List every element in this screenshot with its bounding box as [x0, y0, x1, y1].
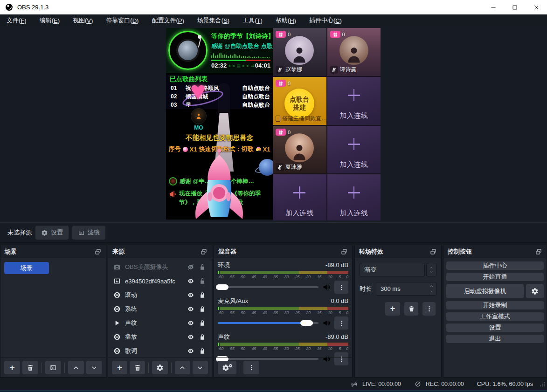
- popout-icon[interactable]: [340, 248, 348, 255]
- gift-badge: [276, 80, 286, 87]
- source-row[interactable]: 滚动: [108, 288, 212, 302]
- no-source-label: 未选择源: [7, 228, 32, 237]
- channel-db: -89.0 dB: [325, 333, 348, 340]
- transitions-title: 转场特效: [359, 248, 383, 256]
- lock-toggle-icon[interactable]: [199, 277, 206, 285]
- visibility-toggle-icon[interactable]: [187, 291, 194, 299]
- duration-spin-arrows[interactable]: [427, 284, 436, 293]
- add-scene-button[interactable]: +: [4, 361, 20, 374]
- visibility-toggle-icon[interactable]: [187, 319, 194, 327]
- visibility-toggle-icon[interactable]: [187, 277, 194, 285]
- channel-db: 0.0 dB: [331, 297, 348, 304]
- speaker-icon[interactable]: [322, 283, 331, 291]
- camera-icon: [113, 263, 121, 271]
- lock-toggle-icon[interactable]: [199, 305, 206, 313]
- sources-title: 来源: [112, 248, 125, 256]
- preview-zone: 等你的季节【刘诗诗】 感谢 @自助点歌台 点歌 02:32 ◄◄ ▤ ►► ⇄ …: [0, 27, 547, 222]
- menu-profile[interactable]: 配置文件(P): [145, 14, 190, 27]
- maximize-button[interactable]: [504, 0, 526, 14]
- move-scene-up-button[interactable]: [68, 361, 84, 374]
- planet-graphic: [257, 158, 273, 177]
- visibility-toggle-icon[interactable]: [187, 263, 194, 271]
- channel-menu-button[interactable]: [334, 281, 348, 294]
- gift-badge: [276, 31, 286, 38]
- close-button[interactable]: [526, 0, 547, 14]
- move-source-up-button[interactable]: [175, 361, 190, 374]
- transition-select[interactable]: 渐变: [360, 263, 436, 276]
- menu-edit[interactable]: 编辑(E): [33, 14, 66, 27]
- scenes-toolbar: +: [0, 358, 106, 377]
- filter-icon: [78, 229, 85, 236]
- channel-name: 麦克风/Aux: [218, 297, 248, 305]
- source-properties-button[interactable]: 设置: [35, 226, 69, 240]
- settings-button[interactable]: 设置: [446, 323, 544, 332]
- menu-file[interactable]: 文件(F): [0, 14, 33, 27]
- popout-icon[interactable]: [200, 248, 208, 255]
- now-playing-widget: 等你的季节【刘诗诗】 感谢 @自助点歌台 点歌 02:32 ◄◄ ▤ ►► ⇄ …: [166, 28, 273, 73]
- source-row[interactable]: e394502df49aa5fc: [108, 274, 212, 288]
- popout-icon[interactable]: [94, 248, 102, 255]
- volume-slider[interactable]: [218, 322, 319, 324]
- volume-meter: [218, 343, 348, 346]
- source-properties-button[interactable]: [152, 361, 167, 374]
- lock-toggle-icon[interactable]: [199, 291, 206, 299]
- plugin-center-button[interactable]: 插件中心: [446, 261, 544, 270]
- menu-docks[interactable]: 停靠窗口(D): [99, 14, 145, 27]
- menu-plugin-center[interactable]: 插件中心(C): [303, 14, 348, 27]
- studio-mode-button[interactable]: 工作室模式: [446, 312, 544, 321]
- transition-select-arrows[interactable]: [426, 263, 436, 276]
- volume-slider[interactable]: [218, 286, 319, 288]
- scene-item-selected[interactable]: 场景: [4, 262, 49, 274]
- transition-menu-button[interactable]: [422, 302, 436, 316]
- source-row[interactable]: 系统: [108, 302, 212, 316]
- preview-canvas[interactable]: 等你的季节【刘诗诗】 感谢 @自助点歌台 点歌 02:32 ◄◄ ▤ ►► ⇄ …: [166, 28, 381, 220]
- source-filters-button[interactable]: 滤镜: [72, 226, 105, 240]
- start-virtual-camera-button[interactable]: 启动虚拟摄像机: [446, 284, 524, 298]
- lock-toggle-icon[interactable]: [199, 333, 206, 341]
- scene-filters-button[interactable]: [45, 361, 61, 374]
- source-row[interactable]: 声纹: [108, 316, 212, 330]
- speaker-icon[interactable]: [322, 319, 331, 327]
- channel-name: 环境: [218, 261, 230, 269]
- gift-badge: [276, 129, 286, 136]
- minimize-button[interactable]: [483, 0, 504, 14]
- popout-icon[interactable]: [429, 248, 437, 255]
- remove-scene-button[interactable]: [22, 361, 38, 374]
- record-status-icon: [414, 380, 422, 388]
- advanced-audio-button[interactable]: [218, 361, 236, 374]
- menu-view[interactable]: 视图(V): [66, 14, 99, 27]
- duration-spinbox[interactable]: 300 ms: [376, 282, 436, 296]
- rec-time: REC: 00:00:00: [426, 381, 464, 387]
- lock-toggle-icon[interactable]: [199, 319, 206, 327]
- mixer-menu-button[interactable]: [243, 361, 259, 374]
- menu-help[interactable]: 帮助(H): [269, 14, 303, 27]
- visibility-toggle-icon[interactable]: [187, 305, 194, 313]
- visibility-toggle-icon[interactable]: [187, 347, 194, 355]
- lock-toggle-icon[interactable]: [199, 347, 206, 355]
- channel-menu-button[interactable]: [334, 316, 348, 330]
- add-source-button[interactable]: +: [112, 361, 127, 374]
- visibility-toggle-icon[interactable]: [187, 333, 194, 341]
- mixer-channel: 环境-89.0 dB -60-55-50-45-40-35-30-25-20-1…: [218, 261, 348, 294]
- start-recording-button[interactable]: 开始录制: [446, 301, 544, 309]
- virtual-camera-settings-button[interactable]: [526, 284, 544, 298]
- chat-avatar: [169, 177, 177, 186]
- move-scene-down-button[interactable]: [86, 361, 102, 374]
- resize-grip[interactable]: [539, 381, 546, 387]
- source-row[interactable]: 歌词: [108, 344, 212, 358]
- remove-source-button[interactable]: [130, 361, 145, 374]
- start-streaming-button[interactable]: 开始直播: [446, 273, 544, 281]
- remove-transition-button[interactable]: [404, 302, 418, 316]
- menu-tools[interactable]: 工具(T): [236, 14, 269, 27]
- menu-scene-collection[interactable]: 场景集合(S): [191, 14, 236, 27]
- popout-icon[interactable]: [535, 248, 542, 255]
- guest-avatar: [339, 36, 368, 65]
- exit-button[interactable]: 退出: [446, 335, 544, 343]
- add-transition-button[interactable]: +: [385, 302, 400, 316]
- move-source-down-button[interactable]: [193, 361, 208, 374]
- song-credit: 感谢 @自助点歌台 点歌: [211, 42, 273, 50]
- lock-toggle-icon[interactable]: [199, 263, 206, 271]
- source-row[interactable]: OBS美颜摄像头: [108, 260, 212, 274]
- source-row[interactable]: 播放: [108, 330, 212, 344]
- status-bar: LIVE: 00:00:00 REC: 00:00:00 CPU: 1.6%, …: [0, 378, 547, 391]
